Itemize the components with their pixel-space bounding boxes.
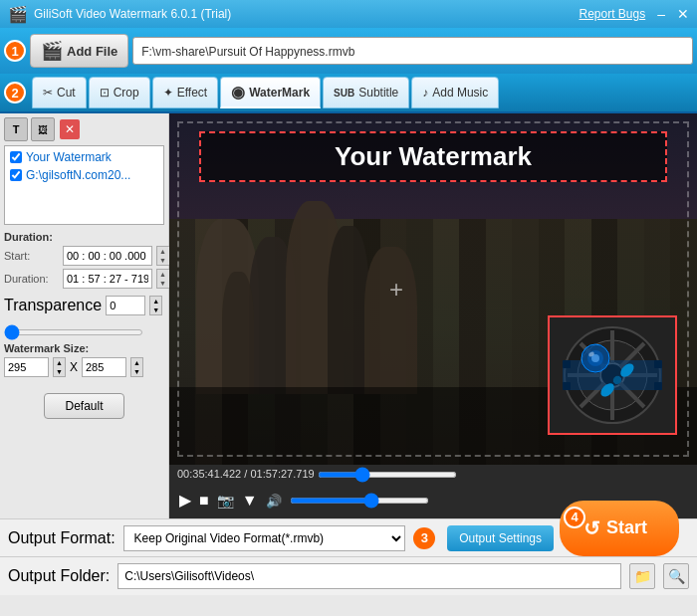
svg-rect-12 (563, 360, 571, 368)
titlebar: 🎬 GiliSoft Video Watermark 6.0.1 (Trial)… (0, 0, 697, 28)
start-time-row: Start: ▲ ▼ (4, 246, 164, 266)
svg-rect-15 (654, 382, 662, 390)
start-label: Start (606, 517, 647, 538)
close-button[interactable]: ✕ (677, 6, 689, 22)
crop-icon: ⊡ (100, 86, 110, 100)
add-file-icon: 🎬 (41, 40, 63, 62)
tab-cut-label: Cut (57, 86, 76, 100)
watermark-item-checkbox-1[interactable] (10, 151, 22, 163)
step4-badge: 4 (564, 507, 585, 528)
tab-add-music-label: Add Music (432, 86, 488, 100)
transparence-row: Transparence ▲ ▼ (4, 296, 164, 315)
wmsize-row: ▲ ▼ X ▲ ▼ (4, 357, 164, 377)
volume-dropdown-button[interactable]: ▼ (242, 493, 258, 509)
subtitle-icon: SUB (334, 88, 354, 99)
tab-add-music[interactable]: ♪ Add Music (411, 77, 499, 108)
tab-effect[interactable]: ✦ Effect (152, 77, 218, 108)
img-wm-icon: 🖼 (38, 124, 48, 135)
tab-effect-label: Effect (177, 86, 207, 100)
add-text-watermark-button[interactable]: T (4, 117, 28, 141)
search-folder-button[interactable]: 🔍 (663, 563, 689, 589)
output-format-label: Output Format: (8, 529, 116, 547)
music-icon: ♪ (422, 86, 428, 100)
filepath-display: F:\vm-share\Pursuit Of Happyness.rmvb (132, 37, 693, 65)
effect-icon: ✦ (163, 86, 173, 100)
duration-label2: Duration: (4, 273, 59, 285)
duration-time-input[interactable] (63, 269, 152, 289)
add-image-watermark-button[interactable]: 🖼 (31, 117, 55, 141)
watermark-item-label-2: G:\gilsoftN.com20... (26, 168, 130, 182)
film-reel-svg (558, 320, 667, 430)
scissors-icon: ✂ (43, 86, 53, 100)
right-panel: + Your Watermark (169, 113, 697, 518)
output-settings-button[interactable]: Output Settings (447, 525, 554, 551)
titlebar-left: 🎬 GiliSoft Video Watermark 6.0.1 (Trial) (8, 5, 231, 24)
output-folder-input[interactable] (117, 563, 621, 589)
tab-cut[interactable]: ✂ Cut (32, 77, 87, 108)
tab-subtitle[interactable]: SUB Subtitle (323, 77, 409, 108)
bottom-bar: Output Format: Keep Original Video Forma… (0, 518, 697, 595)
image-watermark-overlay[interactable] (548, 315, 677, 435)
tab-crop[interactable]: ⊡ Crop (89, 77, 150, 108)
start-time-input[interactable] (63, 246, 152, 266)
transparence-label: Transparence (4, 297, 102, 314)
video-area: + Your Watermark (169, 113, 697, 465)
video-background: + Your Watermark (169, 113, 697, 465)
output-format-select[interactable]: Keep Original Video Format(*.rmvb) (123, 525, 406, 551)
wm-width-up[interactable]: ▲ (54, 358, 65, 367)
tab-watermark-label: WaterMark (249, 86, 310, 100)
duration-time-row: Duration: ▲ ▼ (4, 269, 164, 289)
wm-height-input[interactable] (82, 357, 126, 377)
list-item[interactable]: G:\gilsoftN.com20... (7, 166, 161, 184)
watermark-icon: ◉ (231, 83, 245, 102)
step3-badge: 3 (413, 527, 435, 549)
transparence-spinner[interactable]: ▲ ▼ (149, 296, 162, 315)
browse-folder-button[interactable]: 📁 (629, 563, 655, 589)
output-folder-label: Output Folder: (8, 567, 110, 585)
transparence-slider-container (4, 321, 164, 339)
tab-crop-label: Crop (114, 86, 139, 100)
minimize-button[interactable]: – (657, 6, 665, 22)
toolbar: 1 🎬 Add File F:\vm-share\Pursuit Of Happ… (0, 28, 697, 74)
default-button[interactable]: Default (44, 393, 123, 419)
wm-height-down[interactable]: ▼ (131, 367, 142, 376)
watermark-list-toolbar: T 🖼 ✕ (4, 117, 164, 141)
transparence-input[interactable] (106, 296, 145, 315)
transparence-slider[interactable] (4, 329, 143, 335)
step2-badge: 2 (4, 82, 26, 103)
snapshot-button[interactable]: 📷 (217, 494, 234, 508)
wm-width-spinner[interactable]: ▲ ▼ (53, 357, 66, 377)
navtabs: 2 ✂ Cut ⊡ Crop ✦ Effect ◉ WaterMark SUB … (0, 74, 697, 113)
main-content: T 🖼 ✕ Your Watermark G:\gilsoftN.com20..… (0, 113, 697, 518)
folder-icon: 📁 (634, 568, 651, 584)
timecode-bar: 00:35:41.422 / 01:57:27.719 (169, 465, 697, 483)
watermark-item-checkbox-2[interactable] (10, 169, 22, 181)
list-item[interactable]: Your Watermark (7, 148, 161, 166)
trans-spinner-down[interactable]: ▼ (150, 306, 161, 314)
duration-section: Duration: Start: ▲ ▼ Duration: ▲ ▼ (4, 231, 164, 292)
app-icon: 🎬 (8, 5, 28, 24)
text-watermark-overlay[interactable]: Your Watermark (199, 131, 667, 182)
volume-slider[interactable] (290, 498, 429, 504)
add-file-label: Add File (67, 44, 117, 59)
wm-width-input[interactable] (4, 357, 49, 377)
text-watermark-text: Your Watermark (335, 141, 532, 171)
report-bugs-link[interactable]: Report Bugs (580, 7, 646, 21)
add-file-button[interactable]: 🎬 Add File (30, 34, 128, 68)
add-overlay-icon: + (389, 276, 403, 304)
tab-watermark[interactable]: ◉ WaterMark (220, 77, 321, 108)
trans-spinner-up[interactable]: ▲ (150, 297, 161, 306)
remove-watermark-button[interactable]: ✕ (60, 119, 80, 139)
search-icon: 🔍 (668, 568, 685, 584)
wm-width-down[interactable]: ▼ (54, 367, 65, 376)
wm-height-spinner[interactable]: ▲ ▼ (130, 357, 143, 377)
progress-slider[interactable] (318, 472, 457, 478)
timecode-display: 00:35:41.422 / 01:57:27.719 (177, 468, 315, 480)
stop-button[interactable]: ■ (199, 493, 209, 509)
wm-height-up[interactable]: ▲ (131, 358, 142, 367)
text-wm-icon: T (13, 123, 20, 135)
play-button[interactable]: ▶ (179, 493, 191, 509)
watermark-item-label-1: Your Watermark (26, 150, 112, 164)
titlebar-right: Report Bugs – ✕ (580, 6, 690, 22)
tab-subtitle-label: Subtitle (358, 86, 398, 100)
